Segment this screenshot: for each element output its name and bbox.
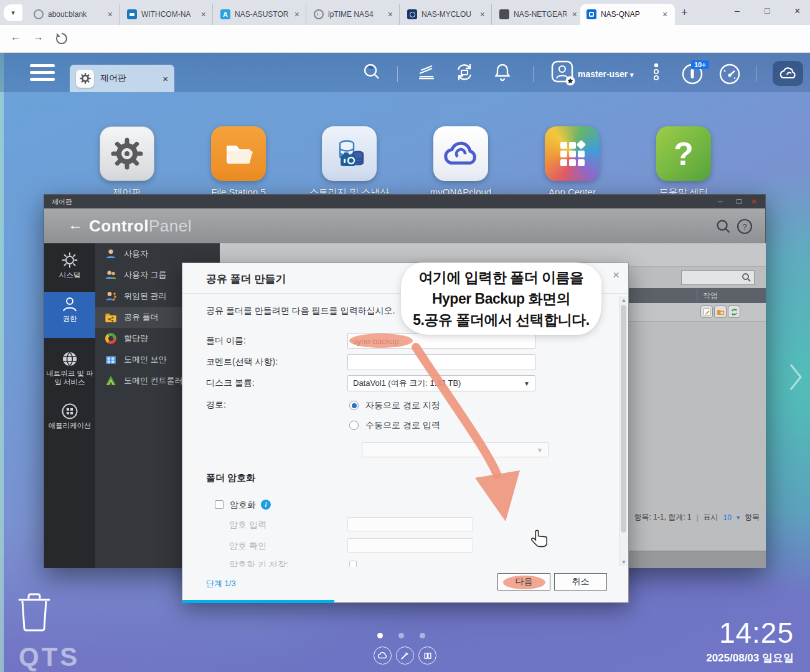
window-titlebar[interactable]: 제어판: [44, 195, 765, 208]
forward-icon[interactable]: →: [32, 30, 44, 44]
username-label[interactable]: master-user ▾: [578, 69, 634, 79]
qts-topbar: 제어판 × master-: [0, 53, 810, 92]
cp-help-icon[interactable]: ?: [737, 218, 753, 235]
tab-close-icon[interactable]: ×: [387, 9, 394, 19]
user-avatar-icon[interactable]: [550, 60, 577, 87]
next-page-chevron-icon[interactable]: [788, 362, 804, 392]
search-icon[interactable]: [361, 62, 382, 83]
myqnapcloud-topbar-button[interactable]: [773, 61, 803, 86]
tab-close-icon[interactable]: ×: [479, 9, 486, 19]
storage-snapshots-icon: [322, 126, 377, 181]
rail-item-applications[interactable]: 애플리케이션: [44, 399, 95, 439]
page-dot-active[interactable]: [377, 633, 383, 638]
quicklaunch-myqnapcloud-icon[interactable]: [374, 646, 392, 665]
scroll-down-icon[interactable]: ▼: [619, 559, 628, 565]
quicklaunch-tools-icon[interactable]: [396, 646, 414, 665]
cp-search-icon[interactable]: [715, 218, 732, 235]
notifications-bell-icon[interactable]: [492, 62, 513, 83]
taskbar-tab-close-icon[interactable]: ×: [162, 73, 168, 84]
desktop-icon-controlpanel[interactable]: 제어판: [71, 126, 183, 198]
next-button[interactable]: 다음: [497, 573, 550, 590]
reload-icon[interactable]: [55, 32, 68, 45]
dialog-scrollbar[interactable]: ▲ ▼: [619, 296, 628, 566]
background-tasks-icon[interactable]: [416, 62, 438, 83]
desktop-icon-filestation[interactable]: File Station 5: [182, 126, 294, 197]
path-label: 경로:: [206, 399, 226, 411]
comment-input[interactable]: [347, 354, 535, 370]
browser-tab-withcom[interactable]: WITHCOM-NA ×: [121, 4, 213, 25]
desktop-icon-storage-snapshots[interactable]: 스토리지 및 스냅샷: [293, 126, 405, 198]
tab-close-icon[interactable]: ×: [571, 9, 578, 19]
desktop-page-dots[interactable]: [377, 633, 425, 638]
page-size-label: 표시: [704, 512, 718, 523]
user-icon: [105, 248, 117, 260]
desktop-icon-helpcenter[interactable]: ? 도움말 센터: [628, 126, 740, 198]
taskbar-tab-controlpanel[interactable]: 제어판 ×: [70, 65, 174, 92]
encrypt-checkbox[interactable]: [215, 500, 224, 509]
desktop-icon-appcenter[interactable]: App Center: [516, 126, 628, 197]
page-dot[interactable]: [420, 633, 425, 638]
window-close-icon[interactable]: ×: [794, 6, 800, 17]
scroll-up-icon[interactable]: ▲: [619, 297, 628, 303]
recycle-bin-icon[interactable]: [16, 592, 52, 632]
rail-item-network[interactable]: 네트워크 및 파일 서비스: [44, 347, 95, 393]
window-minimize-icon[interactable]: –: [735, 6, 740, 16]
path-auto-radio[interactable]: [349, 401, 359, 410]
cp-maximize-icon[interactable]: □: [737, 197, 742, 206]
tab-search-button[interactable]: ▾: [4, 4, 22, 21]
notification-badge: 10+: [691, 60, 709, 69]
dashboard-icon[interactable]: [717, 62, 742, 86]
main-menu-icon[interactable]: [30, 64, 55, 85]
browser-tab-netgear[interactable]: NAS-NETGEAR ×: [493, 4, 584, 25]
action-column-header[interactable]: 작업: [703, 291, 718, 301]
window-maximize-icon[interactable]: □: [765, 6, 770, 16]
back-icon[interactable]: ←: [10, 30, 21, 44]
browser-tab-iptime[interactable]: ipTIME NAS4 ×: [308, 4, 400, 25]
path-manual-radio[interactable]: [349, 421, 359, 430]
browser-tab-asustor[interactable]: A NAS-ASUSTOR ×: [214, 4, 306, 25]
dialog-intro-text: 공유 폴더를 만들려면 다음 필드를 입력하십시오.: [206, 306, 395, 317]
folder-name-input[interactable]: [347, 333, 535, 349]
annotation-line: 여기에 입력한 폴더 이름을: [418, 267, 583, 288]
chevron-down-icon: ▾: [11, 9, 15, 17]
disk-volume-select[interactable]: DataVol1 (여유 크기: 1.33 TB) ▼: [347, 375, 535, 391]
menu-item-users[interactable]: 사용자: [95, 243, 220, 264]
rail-item-system[interactable]: 시스템: [44, 248, 95, 288]
rail-item-privilege[interactable]: 권한: [44, 292, 95, 338]
cancel-button[interactable]: 취소: [554, 573, 607, 590]
sync-icon[interactable]: [453, 62, 476, 83]
dialog-close-icon[interactable]: ×: [613, 268, 619, 282]
search-icon: [742, 273, 751, 282]
quicklaunch-manual-icon[interactable]: [418, 646, 436, 665]
more-options-icon[interactable]: [651, 62, 661, 84]
menu-label: 할당량: [124, 333, 148, 344]
menu-label: 사용자 그룹: [124, 269, 167, 281]
page-size-caret-icon[interactable]: ▾: [737, 514, 740, 521]
page-dot[interactable]: [398, 633, 404, 638]
browser-tab-mycloud[interactable]: NAS-MYCLOU ×: [401, 4, 492, 25]
scrollbar-thumb[interactable]: [621, 305, 626, 533]
new-tab-button[interactable]: +: [681, 6, 688, 19]
folder-search-input[interactable]: [681, 270, 755, 285]
controlpanel-header: ← ControlPanel ?: [44, 208, 765, 243]
caret-down-icon: ▾: [630, 71, 634, 78]
tab-label: WITHCOM-NA: [141, 10, 195, 19]
browser-tab-aboutblank[interactable]: about:blank ×: [27, 4, 120, 25]
cp-minimize-icon[interactable]: –: [718, 197, 722, 206]
cancel-button-label: 취소: [572, 576, 590, 587]
tab-close-icon[interactable]: ×: [661, 9, 669, 19]
back-arrow-icon[interactable]: ←: [68, 216, 83, 233]
tab-label: NAS-NETGEAR: [514, 10, 567, 19]
tab-close-icon[interactable]: ×: [200, 9, 207, 19]
refresh-icon[interactable]: [728, 306, 740, 318]
page-size-value[interactable]: 10: [723, 513, 732, 522]
edit-permissions-icon[interactable]: [714, 306, 727, 318]
browser-tab-qnap-active[interactable]: NAS-QNAP ×: [580, 4, 675, 25]
tab-close-icon[interactable]: ×: [106, 9, 114, 19]
desktop-icon-myqnapcloud[interactable]: myQNAPcloud: [405, 126, 517, 197]
tab-label: about:blank: [48, 10, 102, 19]
tab-close-icon[interactable]: ×: [293, 9, 301, 19]
cp-close-icon[interactable]: ×: [751, 197, 756, 206]
edit-properties-icon[interactable]: [700, 306, 713, 318]
encryption-info-icon[interactable]: i: [261, 500, 271, 510]
